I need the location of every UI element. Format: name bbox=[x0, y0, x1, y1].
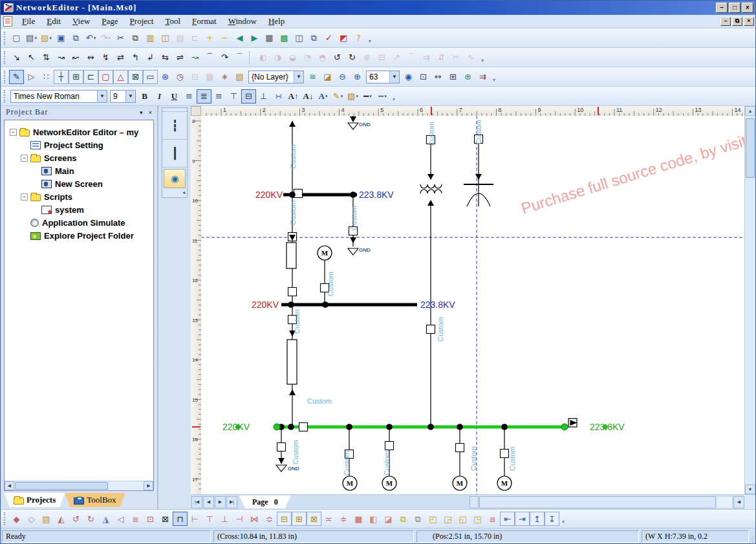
menu-page[interactable]: Page bbox=[96, 15, 124, 28]
rotate-left-90-button[interactable]: ↺ bbox=[69, 512, 83, 526]
gnd-label[interactable]: GND bbox=[288, 466, 299, 472]
grid-toggle-button[interactable]: ∷ bbox=[39, 70, 54, 84]
fit-selection-button[interactable]: ⊡ bbox=[416, 70, 431, 84]
minimize-button[interactable]: – bbox=[716, 3, 728, 13]
paste-button[interactable]: ▥ bbox=[143, 31, 158, 45]
align-center-button[interactable]: ≣ bbox=[197, 89, 211, 103]
save-button[interactable]: ▣ bbox=[54, 31, 69, 45]
arc-button[interactable]: ⌒ bbox=[202, 50, 217, 65]
snap-vertex-button[interactable]: △ bbox=[113, 70, 128, 84]
tree-item-explore-project-folder[interactable]: Explore Project Folder bbox=[7, 229, 152, 242]
custom-label[interactable]: Custom bbox=[293, 309, 301, 334]
toolbar-overflow-icon[interactable]: ▾ bbox=[479, 50, 486, 65]
page-nav-first-icon[interactable]: |◀ bbox=[191, 496, 202, 508]
device-rect[interactable] bbox=[287, 340, 297, 384]
paste-into-button[interactable]: ◫ bbox=[158, 31, 173, 45]
nav-forward-button[interactable]: ▶ bbox=[247, 31, 262, 45]
junction-dot[interactable] bbox=[457, 424, 463, 430]
switch-square[interactable] bbox=[299, 423, 308, 431]
menu-file[interactable]: File bbox=[16, 15, 41, 28]
font-shrink-button[interactable]: A↓ bbox=[301, 89, 316, 103]
bus2-voltage-right[interactable]: 223.8KV bbox=[420, 299, 455, 310]
drawing-canvas[interactable]: MMMMM220KV223.8KV220KV223.8KV220KV223.8K… bbox=[201, 116, 744, 494]
tree-horizontal-scrollbar[interactable]: ◀ ▶ bbox=[5, 481, 153, 490]
zoom-in-step-button[interactable]: + bbox=[202, 31, 217, 45]
flip-vertical-button[interactable]: ◮ bbox=[98, 512, 113, 526]
ground-symbol[interactable] bbox=[348, 248, 358, 255]
chevron-down-icon[interactable]: ▾ bbox=[341, 94, 343, 99]
custom-label[interactable]: Custom bbox=[475, 120, 482, 144]
properties-button[interactable]: ▤ bbox=[232, 70, 247, 84]
polyline-arrow-button[interactable]: ↜ bbox=[69, 50, 83, 65]
ruler-corner[interactable] bbox=[191, 106, 201, 116]
vertical-scrollbar[interactable]: ▲ ▼ bbox=[744, 106, 755, 494]
hscroll-thumb[interactable] bbox=[479, 496, 716, 508]
underline-button[interactable]: U bbox=[167, 89, 182, 103]
menu-project[interactable]: Project bbox=[124, 15, 160, 28]
custom-label[interactable]: Custom bbox=[307, 397, 332, 405]
polyline-button[interactable]: ↝ bbox=[54, 50, 69, 65]
palette-scroll-left-icon[interactable]: ◂ bbox=[162, 190, 187, 197]
scroll-left-icon[interactable]: ◀ bbox=[5, 481, 14, 490]
shape-intersect-2-button[interactable]: ◪ bbox=[381, 512, 396, 526]
tree-item-main[interactable]: Main bbox=[7, 164, 152, 177]
toolbar-grip[interactable] bbox=[4, 51, 6, 64]
tree-item-scripts[interactable]: −Scripts bbox=[7, 190, 152, 203]
spell-check-button[interactable]: ✓ bbox=[321, 31, 336, 45]
fit-page-button[interactable]: ⊞ bbox=[446, 70, 460, 84]
align-top-button[interactable]: ⊤ bbox=[202, 512, 217, 526]
new-page-button[interactable]: ▢ bbox=[9, 31, 24, 45]
shape-union-2-button[interactable]: ■ bbox=[351, 512, 366, 526]
trim-node-button[interactable]: ✂ bbox=[449, 50, 464, 65]
layer-paint-button[interactable]: ◪ bbox=[320, 70, 335, 84]
delete-node-button[interactable]: ⊟ bbox=[374, 50, 389, 65]
space-nodes-v-button[interactable]: ⇵ bbox=[434, 50, 449, 65]
ungroup-button[interactable]: ◇ bbox=[24, 512, 39, 526]
tree-item-system[interactable]: system bbox=[7, 203, 152, 216]
scroll-thumb[interactable] bbox=[746, 118, 755, 178]
junction-dot[interactable] bbox=[350, 191, 356, 198]
hscroll-arrow-icon[interactable]: ◀ bbox=[733, 496, 744, 508]
open-button[interactable]: ▨▾ bbox=[39, 31, 54, 45]
shape-intersect-button[interactable]: ◒ bbox=[285, 50, 300, 65]
snap-grid-button[interactable]: ⊞ bbox=[69, 70, 83, 84]
save-all-button[interactable]: ⧉ bbox=[69, 31, 83, 45]
bring-to-front-button[interactable]: ⧉ bbox=[396, 512, 411, 526]
space-nodes-h-button[interactable]: ⇉ bbox=[419, 50, 434, 65]
menu-help[interactable]: Help bbox=[263, 15, 290, 28]
connector-arrows-button[interactable]: ⇅ bbox=[39, 50, 54, 65]
connector-arrow-button[interactable]: ↖ bbox=[24, 50, 39, 65]
nudge-left-button[interactable]: ⇤ bbox=[500, 512, 515, 526]
extend-line-button[interactable]: ↗ bbox=[389, 50, 404, 65]
menu-view[interactable]: View bbox=[67, 15, 96, 28]
snap-axis-button[interactable]: ┼ bbox=[54, 70, 69, 84]
mdi-close-button[interactable]: × bbox=[744, 17, 754, 26]
switch-square[interactable] bbox=[501, 450, 509, 458]
snap-frame-button[interactable]: ▭ bbox=[143, 70, 158, 84]
tab-projects[interactable]: Projects bbox=[5, 493, 65, 507]
line-color-button[interactable]: ✎▾ bbox=[330, 89, 345, 103]
toolbar-grip[interactable] bbox=[4, 71, 6, 83]
custom-label[interactable]: Custom bbox=[327, 272, 334, 296]
menu-format[interactable]: Format bbox=[186, 15, 222, 28]
fill-color-button[interactable]: ▨▾ bbox=[345, 89, 360, 103]
font-size[interactable]: 9▼ bbox=[110, 90, 136, 103]
font-name[interactable]: Times New Roman▼ bbox=[10, 90, 107, 103]
pattern-fill-button[interactable]: ▦ bbox=[202, 70, 217, 84]
chevron-down-icon[interactable]: ▼ bbox=[125, 91, 135, 102]
transformer-coil-bottom[interactable] bbox=[420, 190, 442, 193]
toolbar-overflow-icon[interactable]: ▾ bbox=[559, 512, 567, 526]
chevron-down-icon[interactable]: ▼ bbox=[97, 91, 107, 102]
zoom-in-button[interactable]: ⊕ bbox=[350, 70, 365, 84]
custom-label[interactable]: Custom bbox=[508, 446, 516, 471]
layer-combo[interactable]: {No Layer}▼ bbox=[248, 71, 304, 83]
step-arrows-button[interactable]: ↰ bbox=[128, 50, 143, 65]
document-icon[interactable] bbox=[3, 16, 12, 27]
font-grow-button[interactable]: A↑ bbox=[286, 89, 301, 103]
snap-edge-button[interactable]: ⊏ bbox=[83, 70, 98, 84]
zoom-area-button[interactable]: ⊕ bbox=[460, 70, 475, 84]
flip-horizontal-button[interactable]: ◁ bbox=[113, 512, 128, 526]
nudge-down-button[interactable]: ↧ bbox=[545, 512, 559, 526]
ruler-tool-button[interactable]: ⊏ bbox=[188, 31, 202, 45]
tree-item-new-screen[interactable]: New Screen bbox=[7, 177, 152, 190]
